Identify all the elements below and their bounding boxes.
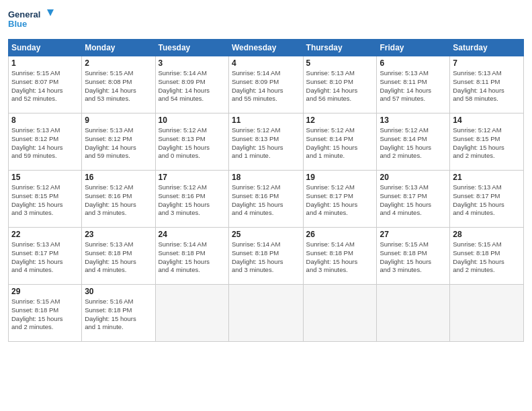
day-info: Sunrise: 5:12 AM Sunset: 8:17 PM Dayligh… (306, 183, 374, 218)
calendar-cell (303, 285, 377, 342)
calendar-cell: 20Sunrise: 5:13 AM Sunset: 8:17 PM Dayli… (377, 171, 450, 228)
calendar-cell: 27Sunrise: 5:15 AM Sunset: 8:18 PM Dayli… (377, 228, 450, 285)
calendar-week-5: 29Sunrise: 5:15 AM Sunset: 8:18 PM Dayli… (9, 285, 524, 342)
day-number: 2 (85, 58, 152, 68)
svg-text:Blue: Blue (8, 19, 27, 29)
calendar-cell: 9Sunrise: 5:13 AM Sunset: 8:12 PM Daylig… (82, 113, 155, 171)
day-info: Sunrise: 5:15 AM Sunset: 8:18 PM Dayligh… (380, 240, 447, 275)
day-info: Sunrise: 5:13 AM Sunset: 8:12 PM Dayligh… (85, 126, 152, 161)
calendar-cell: 13Sunrise: 5:12 AM Sunset: 8:14 PM Dayli… (377, 113, 450, 171)
calendar-header-saturday: Saturday (450, 40, 524, 56)
day-number: 18 (232, 173, 300, 182)
calendar-header-thursday: Thursday (303, 40, 377, 56)
day-info: Sunrise: 5:14 AM Sunset: 8:18 PM Dayligh… (306, 240, 374, 275)
calendar-cell: 21Sunrise: 5:13 AM Sunset: 8:17 PM Dayli… (450, 171, 524, 228)
day-number: 27 (380, 230, 447, 239)
day-info: Sunrise: 5:13 AM Sunset: 8:17 PM Dayligh… (380, 183, 447, 218)
calendar-cell: 17Sunrise: 5:12 AM Sunset: 8:16 PM Dayli… (155, 171, 228, 228)
calendar-header-tuesday: Tuesday (155, 40, 228, 56)
day-number: 21 (453, 173, 521, 182)
day-number: 5 (306, 58, 374, 68)
day-number: 12 (306, 116, 374, 125)
day-number: 28 (453, 230, 521, 239)
calendar-week-3: 15Sunrise: 5:12 AM Sunset: 8:15 PM Dayli… (9, 171, 524, 228)
day-number: 10 (159, 116, 226, 125)
day-number: 26 (306, 230, 374, 239)
calendar-cell: 1Sunrise: 5:15 AM Sunset: 8:07 PM Daylig… (9, 56, 82, 113)
calendar-cell: 15Sunrise: 5:12 AM Sunset: 8:15 PM Dayli… (9, 171, 82, 228)
calendar-cell: 3Sunrise: 5:14 AM Sunset: 8:09 PM Daylig… (155, 56, 228, 113)
day-number: 14 (453, 116, 521, 125)
day-info: Sunrise: 5:15 AM Sunset: 8:18 PM Dayligh… (11, 298, 79, 332)
day-info: Sunrise: 5:16 AM Sunset: 8:18 PM Dayligh… (85, 298, 152, 332)
day-number: 1 (11, 58, 79, 68)
calendar: SundayMondayTuesdayWednesdayThursdayFrid… (8, 39, 524, 342)
calendar-week-4: 22Sunrise: 5:13 AM Sunset: 8:17 PM Dayli… (9, 228, 524, 285)
day-number: 4 (232, 58, 300, 68)
day-info: Sunrise: 5:13 AM Sunset: 8:11 PM Dayligh… (453, 69, 521, 103)
day-info: Sunrise: 5:12 AM Sunset: 8:16 PM Dayligh… (232, 183, 300, 218)
svg-text:General: General (8, 9, 40, 19)
day-number: 11 (232, 116, 300, 125)
calendar-cell: 30Sunrise: 5:16 AM Sunset: 8:18 PM Dayli… (82, 285, 155, 342)
day-info: Sunrise: 5:13 AM Sunset: 8:18 PM Dayligh… (85, 240, 152, 275)
day-number: 17 (159, 173, 226, 182)
day-number: 3 (159, 58, 226, 68)
calendar-cell: 10Sunrise: 5:12 AM Sunset: 8:13 PM Dayli… (155, 113, 228, 171)
day-info: Sunrise: 5:13 AM Sunset: 8:10 PM Dayligh… (306, 69, 374, 103)
day-number: 19 (306, 173, 374, 182)
calendar-cell: 19Sunrise: 5:12 AM Sunset: 8:17 PM Dayli… (303, 171, 377, 228)
day-number: 6 (380, 58, 447, 68)
calendar-header-row: SundayMondayTuesdayWednesdayThursdayFrid… (9, 40, 524, 56)
day-number: 9 (85, 116, 152, 125)
calendar-cell: 6Sunrise: 5:13 AM Sunset: 8:11 PM Daylig… (377, 56, 450, 113)
day-info: Sunrise: 5:13 AM Sunset: 8:17 PM Dayligh… (11, 240, 79, 275)
calendar-cell: 28Sunrise: 5:15 AM Sunset: 8:18 PM Dayli… (450, 228, 524, 285)
calendar-cell: 7Sunrise: 5:13 AM Sunset: 8:11 PM Daylig… (450, 56, 524, 113)
day-number: 25 (232, 230, 300, 239)
calendar-header-monday: Monday (82, 40, 155, 56)
day-info: Sunrise: 5:14 AM Sunset: 8:18 PM Dayligh… (159, 240, 226, 275)
day-number: 20 (380, 173, 447, 182)
day-info: Sunrise: 5:13 AM Sunset: 8:17 PM Dayligh… (453, 183, 521, 218)
logo: General Blue (8, 7, 55, 34)
day-number: 23 (85, 230, 152, 239)
day-number: 13 (380, 116, 447, 125)
header: General Blue (8, 7, 524, 34)
day-info: Sunrise: 5:12 AM Sunset: 8:13 PM Dayligh… (232, 126, 300, 161)
day-number: 7 (453, 58, 521, 68)
calendar-header-sunday: Sunday (9, 40, 82, 56)
calendar-cell: 11Sunrise: 5:12 AM Sunset: 8:13 PM Dayli… (228, 113, 303, 171)
calendar-cell: 22Sunrise: 5:13 AM Sunset: 8:17 PM Dayli… (9, 228, 82, 285)
day-info: Sunrise: 5:12 AM Sunset: 8:15 PM Dayligh… (11, 183, 79, 218)
calendar-cell: 18Sunrise: 5:12 AM Sunset: 8:16 PM Dayli… (228, 171, 303, 228)
calendar-header-friday: Friday (377, 40, 450, 56)
calendar-cell: 4Sunrise: 5:14 AM Sunset: 8:09 PM Daylig… (228, 56, 303, 113)
calendar-cell: 2Sunrise: 5:15 AM Sunset: 8:08 PM Daylig… (82, 56, 155, 113)
day-info: Sunrise: 5:14 AM Sunset: 8:09 PM Dayligh… (159, 69, 226, 103)
calendar-cell: 25Sunrise: 5:14 AM Sunset: 8:18 PM Dayli… (228, 228, 303, 285)
calendar-cell (155, 285, 228, 342)
day-info: Sunrise: 5:12 AM Sunset: 8:14 PM Dayligh… (306, 126, 374, 161)
calendar-cell: 5Sunrise: 5:13 AM Sunset: 8:10 PM Daylig… (303, 56, 377, 113)
day-info: Sunrise: 5:14 AM Sunset: 8:09 PM Dayligh… (232, 69, 300, 103)
calendar-cell: 8Sunrise: 5:13 AM Sunset: 8:12 PM Daylig… (9, 113, 82, 171)
calendar-cell: 14Sunrise: 5:12 AM Sunset: 8:15 PM Dayli… (450, 113, 524, 171)
day-info: Sunrise: 5:13 AM Sunset: 8:12 PM Dayligh… (11, 126, 79, 161)
day-info: Sunrise: 5:12 AM Sunset: 8:13 PM Dayligh… (159, 126, 226, 161)
calendar-cell: 24Sunrise: 5:14 AM Sunset: 8:18 PM Dayli… (155, 228, 228, 285)
day-info: Sunrise: 5:12 AM Sunset: 8:14 PM Dayligh… (380, 126, 447, 161)
day-info: Sunrise: 5:12 AM Sunset: 8:15 PM Dayligh… (453, 126, 521, 161)
calendar-cell: 23Sunrise: 5:13 AM Sunset: 8:18 PM Dayli… (82, 228, 155, 285)
day-info: Sunrise: 5:14 AM Sunset: 8:18 PM Dayligh… (232, 240, 300, 275)
calendar-week-1: 1Sunrise: 5:15 AM Sunset: 8:07 PM Daylig… (9, 56, 524, 113)
logo-svg: General Blue (8, 7, 55, 34)
calendar-cell (377, 285, 450, 342)
calendar-cell: 26Sunrise: 5:14 AM Sunset: 8:18 PM Dayli… (303, 228, 377, 285)
day-info: Sunrise: 5:15 AM Sunset: 8:18 PM Dayligh… (453, 240, 521, 275)
calendar-cell: 29Sunrise: 5:15 AM Sunset: 8:18 PM Dayli… (9, 285, 82, 342)
day-info: Sunrise: 5:15 AM Sunset: 8:08 PM Dayligh… (85, 69, 152, 103)
day-number: 22 (11, 230, 79, 239)
calendar-cell: 12Sunrise: 5:12 AM Sunset: 8:14 PM Dayli… (303, 113, 377, 171)
day-number: 30 (85, 287, 152, 296)
